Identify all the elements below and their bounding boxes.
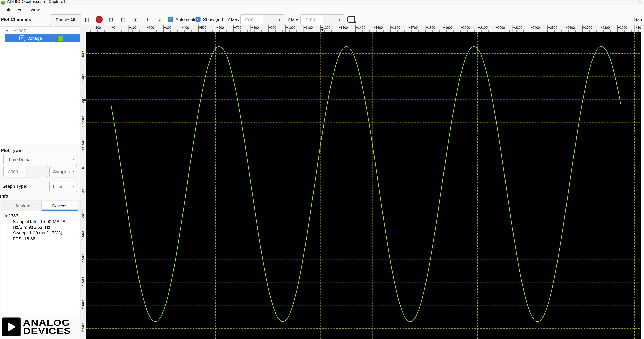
- y-axis-tickmark: [84, 260, 86, 260]
- plot-type-value: Time Domain: [4, 157, 34, 162]
- expander-icon[interactable]: ▼: [6, 30, 9, 32]
- channel-checkbox[interactable]: ✓: [19, 35, 25, 41]
- grid-button[interactable]: ⊞: [131, 14, 140, 24]
- marker-button[interactable]: ⊤: [142, 14, 152, 24]
- plot-toolbar: ▥ ⊡ ⊟ ⊞ ⊤ ↔ ↕ ✓ Auto scale ✓ Show grid Y…: [80, 13, 644, 26]
- y-min-label: Y Min:: [287, 17, 300, 22]
- waveform-trace: [111, 46, 621, 322]
- new-plot-button[interactable]: +: [347, 15, 356, 24]
- y-axis-tickmark: [84, 122, 86, 122]
- record-button[interactable]: [94, 14, 104, 24]
- y-axis-tickmark: [84, 168, 86, 168]
- device-label: ltc2387: [12, 28, 26, 33]
- show-grid-label: Show grid: [203, 17, 223, 22]
- y-max-label: Y Max:: [227, 17, 240, 22]
- samples-increment-button[interactable]: +: [36, 166, 48, 178]
- y-min-decrement-button[interactable]: −: [323, 14, 334, 25]
- x-axis-ruler[interactable]: ▼ -100+0+100+200+300+400+500+600+700+800…: [86, 26, 641, 32]
- samples-decrement-button[interactable]: −: [25, 166, 36, 178]
- playback-frames-button[interactable]: ▥: [82, 14, 92, 24]
- plot-type-title: Plot Type: [1, 148, 21, 153]
- auto-scale-option: ✓ Auto scale: [168, 16, 196, 22]
- device-info-panel: ltc2387: SampleRate: 15.00 MSPS Hz/Bin: …: [1, 211, 80, 315]
- auto-scale-checkbox[interactable]: ✓: [168, 16, 173, 22]
- y-axis-tickmark: [84, 328, 86, 329]
- application-window: ADI IIO Oscilloscope - Capture1 − □ × Fi…: [0, 0, 644, 339]
- close-button[interactable]: ×: [637, 0, 642, 4]
- auto-scale-label: Auto scale: [175, 17, 196, 22]
- info-line-hzbin: Hz/Bin: 915.53 Hz: [4, 224, 80, 230]
- channel-color-swatch[interactable]: [58, 36, 63, 42]
- tab-devices[interactable]: Devices: [42, 201, 78, 211]
- samples-unit-value: Samples: [50, 169, 70, 174]
- waveform-svg: [86, 32, 641, 339]
- record-icon: [96, 16, 102, 23]
- chevron-down-icon: ▾: [72, 170, 74, 174]
- channel-tree: ▼ ltc2387 ✓ voltage: [0, 26, 80, 146]
- maximize-button[interactable]: □: [618, 0, 624, 4]
- plot-type-dropdown[interactable]: Time Domain ▾: [3, 154, 77, 165]
- y-axis-tickmark: [84, 282, 86, 283]
- window-title: ADI IIO Oscilloscope - Capture1: [7, 0, 66, 4]
- menu-file[interactable]: File: [2, 6, 14, 12]
- info-device-name: ltc2387:: [4, 213, 80, 218]
- x-ruler-marker-icon[interactable]: ▼: [321, 28, 324, 32]
- info-line-sweep: Sweep: 1.09 ms (1.73%): [4, 230, 80, 236]
- y-axis-tickmark: [84, 237, 86, 237]
- plus-icon: +: [354, 20, 356, 25]
- sidebar: Plot Channels Enable All ▼ ltc2387 ✓ vol…: [0, 13, 81, 339]
- tab-markers[interactable]: Markers: [6, 201, 42, 211]
- info-notebook: Markers Devices ltc2387: SampleRate: 15.…: [1, 200, 80, 315]
- tree-device-row[interactable]: ▼ ltc2387: [0, 27, 26, 35]
- adi-logo: ANALOG DEVICES: [2, 318, 62, 336]
- y-axis-tickmark: [84, 214, 86, 214]
- y-ruler-marker-icon[interactable]: ▶: [84, 99, 86, 102]
- pan-vertical-icon: ↕: [155, 14, 165, 24]
- window-titlebar[interactable]: ADI IIO Oscilloscope - Capture1 − □ ×: [0, 0, 644, 5]
- y-max-decrement-button[interactable]: −: [263, 14, 274, 25]
- info-title: Info: [0, 194, 8, 198]
- app-icon: [1, 1, 5, 4]
- minimize-button[interactable]: −: [600, 0, 604, 4]
- y-axis-tickmark: [84, 306, 86, 306]
- y-axis-ruler[interactable]: ▶ +50000+40000+30000+20000+100000-10000-…: [80, 26, 86, 339]
- graph-type-value: Lines: [50, 184, 63, 189]
- zoom-out-button[interactable]: ⊟: [118, 14, 128, 24]
- info-line-fps: FPS: 15.86: [4, 236, 80, 242]
- y-axis-tickmark: [84, 191, 86, 191]
- info-tabbar: Markers Devices: [1, 201, 80, 211]
- chevron-down-icon: ▾: [72, 185, 74, 188]
- y-max-increment-button[interactable]: +: [274, 14, 286, 25]
- graph-type-label: Graph Type:: [2, 184, 27, 188]
- adi-logo-line2: DEVICES: [23, 327, 71, 335]
- tree-channel-row[interactable]: ✓ voltage: [5, 34, 80, 42]
- adi-logo-mark: [2, 318, 20, 336]
- pan-button[interactable]: ↔ ↕: [155, 14, 165, 24]
- y-min-increment-button[interactable]: +: [334, 14, 346, 25]
- enable-all-button[interactable]: Enable All: [50, 14, 81, 25]
- adi-triangle-icon: [8, 322, 16, 332]
- menu-view[interactable]: View: [28, 6, 42, 12]
- plot-channels-title: Plot Channels: [1, 17, 31, 22]
- y-axis-tickmark: [84, 145, 86, 146]
- channel-label: voltage: [28, 36, 42, 40]
- show-grid-option: ✓ Show grid: [195, 16, 223, 22]
- toolbar-right-clipped-text: Samp: [634, 17, 644, 22]
- menu-edit[interactable]: Edit: [14, 6, 28, 12]
- y-axis-tickmark: [84, 53, 86, 54]
- graph-type-dropdown[interactable]: Lines ▾: [49, 181, 77, 192]
- y-axis-tickmark: [84, 76, 86, 77]
- adi-logo-line1: ANALOG: [23, 319, 71, 327]
- show-grid-checkbox[interactable]: ✓: [195, 16, 201, 22]
- window-controls: − □ ×: [600, 0, 642, 4]
- adi-logo-text: ANALOG DEVICES: [23, 319, 71, 335]
- zoom-fit-button[interactable]: ⊡: [106, 14, 116, 24]
- samples-unit-dropdown[interactable]: Samples ▾: [49, 166, 77, 178]
- info-line-samplerate: SampleRate: 15.00 MSPS: [4, 218, 80, 224]
- chevron-down-icon: ▾: [72, 158, 74, 161]
- menubar: File Edit View: [0, 5, 644, 14]
- plot-area[interactable]: [86, 32, 641, 339]
